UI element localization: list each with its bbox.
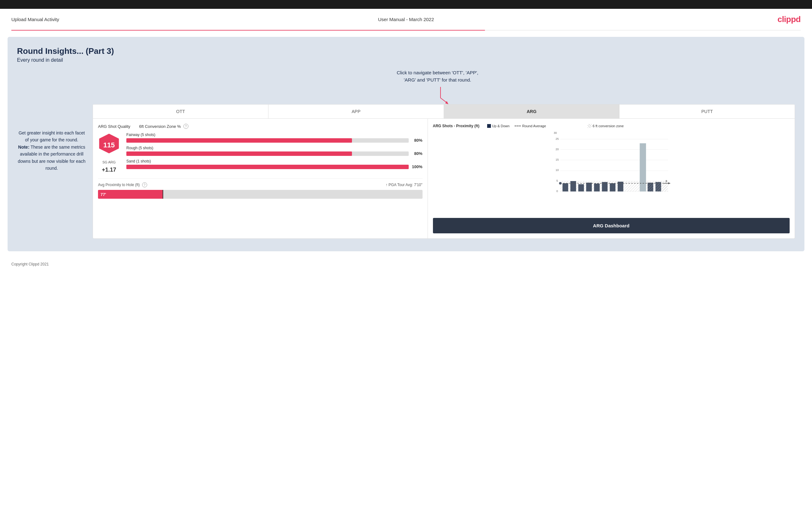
tab-ott[interactable]: OTT xyxy=(93,105,268,118)
top-bar xyxy=(0,0,812,9)
shot-bars: Fairway (5 shots) 80% Rough (5 shots) xyxy=(126,132,422,172)
svg-rect-22 xyxy=(586,183,592,191)
header-divider xyxy=(11,30,801,31)
bar-fill-rough xyxy=(126,152,352,156)
shot-quality-header: ARG Shot Quality 6ft Conversion Zone % ? xyxy=(98,124,422,129)
tab-arg[interactable]: ARG xyxy=(444,105,619,118)
svg-line-1 xyxy=(441,98,447,103)
page-title: Round Insights... (Part 3) xyxy=(17,46,795,56)
svg-text:15: 15 xyxy=(556,158,559,161)
chart-area: 0 5 10 15 20 25 30 xyxy=(433,131,790,218)
proximity-value: 77' xyxy=(101,192,106,197)
copyright: Copyright Clippd 2021 xyxy=(11,262,49,267)
svg-rect-23 xyxy=(594,184,600,191)
shot-quality-label: ARG Shot Quality xyxy=(98,124,131,129)
left-description: Get greater insight into each facet of y… xyxy=(17,104,86,239)
legend-updown: Up & Down xyxy=(487,124,510,128)
chart-svg: 0 5 10 15 20 25 30 xyxy=(433,131,790,194)
chart-title: ARG Shots - Proximity (ft) xyxy=(433,124,479,128)
legend-round-avg: Round Average xyxy=(515,124,546,128)
main-panel: OTT APP ARG PUTT ARG Shot Quality 6ft Co… xyxy=(93,104,795,239)
svg-rect-30 xyxy=(648,183,653,191)
bar-pct-sand: 100% xyxy=(411,164,422,169)
proximity-bar-fill: 77' xyxy=(98,190,163,199)
svg-text:0: 0 xyxy=(556,189,558,193)
logo: clippd xyxy=(777,14,801,24)
legend-hatched-icon xyxy=(588,124,592,128)
header-center-label: User Manual - March 2022 xyxy=(378,17,434,22)
left-panel: ARG Shot Quality 6ft Conversion Zone % ?… xyxy=(93,119,428,238)
annotation-row: Click to navigate between 'OTT', 'APP','… xyxy=(17,69,795,104)
note-bold: Note: xyxy=(18,145,30,150)
bar-bg-rough xyxy=(126,152,409,156)
tabs: OTT APP ARG PUTT xyxy=(93,105,795,119)
sg-label: SG ARG xyxy=(102,160,116,164)
svg-text:8: 8 xyxy=(665,179,667,183)
help-icon[interactable]: ? xyxy=(184,124,189,129)
header: Upload Manual Activity User Manual - Mar… xyxy=(0,9,812,30)
shot-label-fairway: Fairway (5 shots) xyxy=(126,132,422,137)
footer: Copyright Clippd 2021 xyxy=(0,258,812,271)
chart-header: ARG Shots - Proximity (ft) Up & Down Rou… xyxy=(433,124,790,128)
right-panel: ARG Shots - Proximity (ft) Up & Down Rou… xyxy=(428,119,795,238)
legend-updown-icon xyxy=(487,124,491,128)
legend-conversion: 6 ft conversion zone xyxy=(588,124,623,128)
svg-rect-25 xyxy=(610,183,615,191)
arg-dashboard-button[interactable]: ARG Dashboard xyxy=(433,218,790,233)
proximity-help-icon[interactable]: ? xyxy=(142,182,147,187)
shot-label-rough: Rough (5 shots) xyxy=(126,146,422,150)
page-subtitle: Every round in detail xyxy=(17,57,795,63)
proximity-section: Avg Proximity to Hole (ft) ? ↑ PGA Tour … xyxy=(98,178,422,199)
navigation-note: Click to navigate between 'OTT', 'APP','… xyxy=(397,69,478,83)
bar-fill-fairway xyxy=(126,138,352,143)
header-left-label: Upload Manual Activity xyxy=(11,17,59,22)
proximity-cursor xyxy=(163,190,163,199)
hexagon-number: 115 xyxy=(103,141,115,149)
bar-bg-sand xyxy=(126,165,409,169)
svg-text:25: 25 xyxy=(556,137,559,140)
card-area: Get greater insight into each facet of y… xyxy=(17,104,795,239)
shot-label-sand: Sand (1 shots) xyxy=(126,159,422,163)
shot-row-fairway: Fairway (5 shots) 80% xyxy=(126,132,422,143)
main-content: Round Insights... (Part 3) Every round i… xyxy=(8,37,804,251)
legend-dashed-icon xyxy=(515,126,521,126)
svg-text:30: 30 xyxy=(554,131,557,134)
hex-section: 115 SG ARG +1.17 Fairway (5 shots) xyxy=(98,132,422,173)
svg-rect-20 xyxy=(570,181,576,191)
hexagon-badge: 115 xyxy=(98,132,120,158)
svg-rect-19 xyxy=(562,183,568,191)
svg-marker-37 xyxy=(668,182,670,184)
bar-pct-rough: 80% xyxy=(411,151,422,156)
bar-bg-fairway xyxy=(126,138,409,143)
svg-text:5: 5 xyxy=(556,179,558,182)
svg-rect-21 xyxy=(578,184,584,191)
svg-rect-27 xyxy=(640,143,646,191)
panel-body: ARG Shot Quality 6ft Conversion Zone % ?… xyxy=(93,119,795,238)
tab-putt[interactable]: PUTT xyxy=(619,105,795,118)
svg-point-34 xyxy=(559,182,561,184)
conversion-label: 6ft Conversion Zone % xyxy=(139,124,181,129)
tab-app[interactable]: APP xyxy=(268,105,444,118)
proximity-label: Avg Proximity to Hole (ft) ? xyxy=(98,182,147,187)
svg-text:20: 20 xyxy=(556,148,559,151)
bar-pct-fairway: 80% xyxy=(411,138,422,143)
sg-value: +1.17 xyxy=(102,167,116,173)
proximity-header: Avg Proximity to Hole (ft) ? ↑ PGA Tour … xyxy=(98,182,422,187)
bar-fill-sand xyxy=(126,165,409,169)
shot-row-rough: Rough (5 shots) 80% xyxy=(126,146,422,156)
hexagon-wrap: 115 SG ARG +1.17 xyxy=(98,132,120,173)
shot-row-sand: Sand (1 shots) 100% xyxy=(126,159,422,169)
arrow-annotation xyxy=(434,86,453,104)
svg-text:10: 10 xyxy=(556,168,559,172)
proximity-bar-bg: 77' xyxy=(98,190,422,199)
pga-avg-label: ↑ PGA Tour Avg: 7'10" xyxy=(386,183,422,187)
